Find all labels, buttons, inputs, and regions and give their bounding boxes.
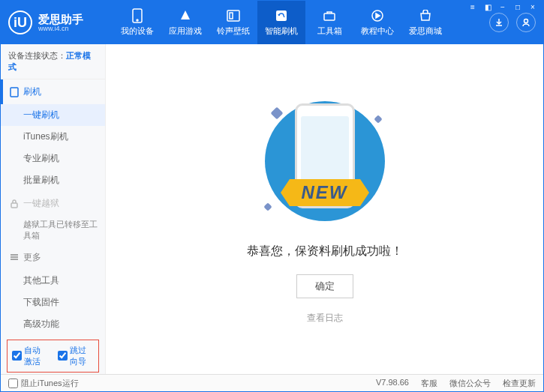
new-banner: NEW (290, 179, 360, 206)
sidebar-item-advanced[interactable]: 高级功能 (1, 313, 105, 335)
svg-rect-4 (276, 10, 287, 21)
user-icon[interactable] (516, 13, 536, 32)
section-label: 更多 (23, 251, 41, 264)
win-skin-btn[interactable]: ◧ (481, 1, 494, 12)
download-icon[interactable] (489, 13, 509, 32)
sidebar-section-more[interactable]: 更多 (1, 245, 105, 270)
list-icon (10, 253, 19, 261)
success-message: 恭喜您，保资料刷机成功啦！ (247, 244, 403, 259)
sidebar-item-itunes[interactable]: iTunes刷机 (1, 126, 105, 148)
nav-label: 铃声壁纸 (217, 25, 250, 37)
svg-rect-5 (324, 13, 335, 20)
svg-rect-8 (11, 88, 18, 97)
options-box: 自动激活 跳过向导 (7, 340, 99, 373)
sidebar-section-flash[interactable]: 刷机 (1, 79, 105, 104)
phone-icon (130, 8, 145, 23)
content-area: NEW 恭喜您，保资料刷机成功啦！ 确定 查看日志 (106, 44, 543, 374)
sidebar-item-pro[interactable]: 专业刷机 (1, 148, 105, 169)
view-log-link[interactable]: 查看日志 (307, 312, 343, 325)
version-label: V7.98.66 (376, 378, 409, 389)
app-url: www.i4.cn (38, 25, 83, 32)
update-link[interactable]: 检查更新 (503, 378, 536, 389)
skip-guide-checkbox[interactable]: 跳过向导 (58, 345, 95, 367)
svg-point-1 (137, 19, 138, 21)
nav-tab-store[interactable]: 爱思商城 (401, 1, 449, 44)
connection-status: 设备连接状态：正常模式 (1, 44, 105, 79)
wechat-link[interactable]: 微信公众号 (449, 378, 491, 389)
wallpaper-icon (226, 8, 241, 23)
nav-label: 智能刷机 (265, 25, 298, 37)
nav-label: 我的设备 (121, 25, 154, 37)
sidebar-item-other[interactable]: 其他工具 (1, 270, 105, 292)
confirm-button[interactable]: 确定 (296, 274, 353, 298)
nav-tab-ringtones[interactable]: 铃声壁纸 (209, 1, 257, 44)
logo-icon: iU (8, 10, 32, 34)
section-label: 一键越狱 (23, 197, 59, 210)
nav-label: 教程中心 (361, 25, 394, 37)
nav-label: 应用游戏 (169, 25, 202, 37)
header: iU 爱思助手 www.i4.cn 我的设备 应用游戏 铃声壁纸 智能刷机 工具… (1, 1, 543, 44)
lock-icon (10, 199, 19, 208)
sidebar-section-jailbreak[interactable]: 一键越狱 (1, 191, 105, 216)
nav-tab-apps[interactable]: 应用游戏 (161, 1, 209, 44)
block-itunes-checkbox[interactable]: 阻止iTunes运行 (8, 378, 79, 389)
win-max-btn[interactable]: □ (511, 1, 524, 12)
win-close-btn[interactable]: × (526, 1, 539, 12)
apps-icon (178, 8, 193, 23)
sidebar: 设备连接状态：正常模式 刷机 一键刷机 iTunes刷机 专业刷机 批量刷机 一… (1, 44, 106, 374)
service-link[interactable]: 客服 (421, 378, 437, 389)
toolbox-icon (322, 8, 337, 23)
app-name: 爱思助手 (38, 13, 83, 25)
nav-tab-toolbox[interactable]: 工具箱 (305, 1, 353, 44)
svg-rect-9 (11, 203, 17, 208)
win-menu-btn[interactable]: ≡ (466, 1, 479, 12)
phone-icon (10, 87, 19, 97)
svg-rect-3 (230, 13, 233, 19)
nav-tabs: 我的设备 应用游戏 铃声壁纸 智能刷机 工具箱 教程中心 爱思商城 (113, 1, 489, 44)
success-illustration: NEW (242, 94, 407, 229)
nav-tab-flash[interactable]: 智能刷机 (257, 1, 305, 44)
svg-point-7 (524, 19, 528, 23)
tutorial-icon (370, 8, 385, 23)
win-min-btn[interactable]: − (496, 1, 509, 12)
section-label: 刷机 (23, 85, 41, 98)
nav-label: 工具箱 (317, 25, 342, 37)
nav-label: 爱思商城 (409, 25, 442, 37)
nav-tab-device[interactable]: 我的设备 (113, 1, 161, 44)
logo-area: iU 爱思助手 www.i4.cn (8, 10, 113, 34)
jailbreak-note: 越狱工具已转移至工具箱 (1, 216, 105, 245)
sidebar-item-firmware[interactable]: 下载固件 (1, 292, 105, 313)
auto-activate-checkbox[interactable]: 自动激活 (12, 345, 49, 367)
flash-icon (274, 8, 289, 23)
nav-tab-tutorials[interactable]: 教程中心 (353, 1, 401, 44)
store-icon (418, 8, 433, 23)
sidebar-item-oneclick[interactable]: 一键刷机 (1, 104, 105, 126)
sidebar-item-batch[interactable]: 批量刷机 (1, 169, 105, 191)
footer: 阻止iTunes运行 V7.98.66 客服 微信公众号 检查更新 (1, 374, 543, 392)
